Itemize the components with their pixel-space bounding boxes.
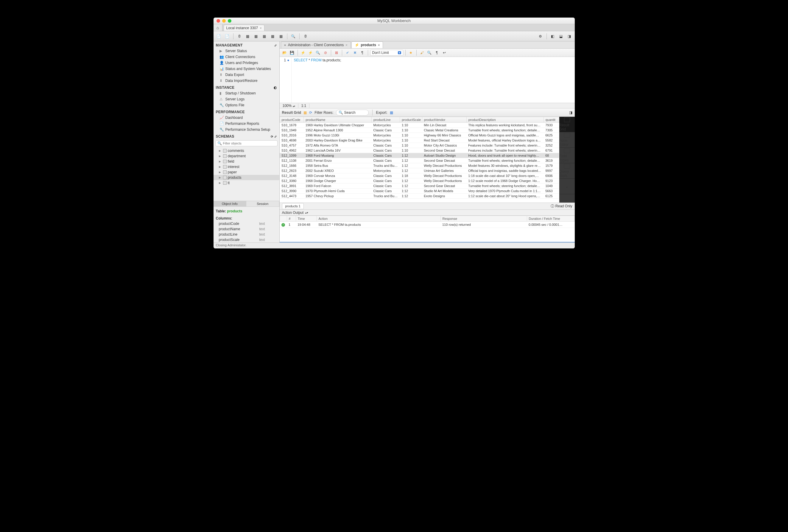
filter-rows-input[interactable]: 🔍Search xyxy=(336,110,369,116)
table-cell[interactable]: S12_3891 xyxy=(280,183,304,189)
column-header[interactable]: productVendor xyxy=(422,117,466,123)
result-grid[interactable]: productCodeproductNameproductLineproduct… xyxy=(280,117,559,202)
table-cell[interactable]: Min Lin Diecast xyxy=(422,123,466,128)
table-row[interactable]: S12_38911969 Ford FalconClassic Cars1:12… xyxy=(280,183,559,189)
table-cell[interactable]: 7305 xyxy=(544,128,559,133)
search-table-button[interactable]: 🔍 xyxy=(290,33,297,40)
table-cell[interactable]: Motorcycles xyxy=(372,168,400,173)
create-function-button[interactable]: ▦ xyxy=(278,33,285,40)
table-cell[interactable]: S10_4698 xyxy=(280,138,304,143)
table-cell[interactable]: 6791 xyxy=(544,148,559,153)
side-tab-more[interactable]: ⌄ xyxy=(559,179,575,194)
table-row[interactable]: S10_19491952 Alpine Renault 1300Classic … xyxy=(280,128,559,133)
table-cell[interactable]: 1958 Setra Bus xyxy=(304,163,372,168)
table-cell[interactable]: Classic Cars xyxy=(372,143,400,148)
result-tab-products1[interactable]: products 1 xyxy=(282,203,304,209)
reconnect-button[interactable]: 🛢 xyxy=(302,33,309,40)
table-cell[interactable]: Second Gear Diecast xyxy=(422,148,466,153)
open-sql-button[interactable]: 📄 xyxy=(224,33,231,40)
brush-button[interactable]: 🖌 xyxy=(419,50,425,56)
table-cell[interactable]: 1:12 scale model of a 1968 Dodge Charger… xyxy=(466,178,544,183)
table-row[interactable]: S12_33801968 Dodge ChargerClassic Cars1:… xyxy=(280,178,559,183)
table-cell[interactable]: 1:12 xyxy=(400,158,422,163)
table-cell[interactable]: 1:12 xyxy=(400,183,422,189)
table-cell[interactable]: Hood, doors and trunk all open to reveal… xyxy=(466,153,544,158)
instance-item[interactable]: ⚠Server Logs xyxy=(214,96,279,102)
table-cell[interactable]: 1:12 xyxy=(400,168,422,173)
table-row[interactable]: S12_11082001 Ferrari EnzoClassic Cars1:1… xyxy=(280,158,559,163)
close-icon[interactable]: × xyxy=(346,43,347,47)
schema-table-item[interactable]: ▶paper xyxy=(214,170,279,175)
table-row[interactable]: S10_46982003 Harley-Davidson Eagle Drag … xyxy=(280,138,559,143)
table-cell[interactable]: 1579 xyxy=(544,163,559,168)
table-cell[interactable]: Motorcycles xyxy=(372,133,400,138)
table-cell[interactable]: Welly Diecast Productions xyxy=(422,178,466,183)
execute-current-button[interactable]: ⚡ xyxy=(307,50,314,56)
column-header[interactable]: quantit xyxy=(544,117,559,123)
table-cell[interactable]: 1969 Harley Davidson Ultimate Chopper xyxy=(304,123,372,128)
table-cell[interactable]: Highway 66 Mini Classics xyxy=(422,133,466,138)
export-button[interactable]: ▦ xyxy=(390,111,393,115)
table-row[interactable]: S10_47571972 Alfa Romeo GTAClassic Cars1… xyxy=(280,143,559,148)
limit-rows-select[interactable]: Don't Limit▾ xyxy=(370,50,403,56)
table-cell[interactable]: Classic Cars xyxy=(372,173,400,178)
table-cell[interactable]: Welly Diecast Productions xyxy=(422,173,466,178)
table-cell[interactable]: 1969 Ford Falcon xyxy=(304,183,372,189)
table-cell[interactable]: Red Start Diecast xyxy=(422,138,466,143)
open-file-button[interactable]: 📂 xyxy=(281,50,288,56)
schema-table-item[interactable]: ▶tt xyxy=(214,180,279,185)
table-cell[interactable]: 1972 Alfa Romeo GTA xyxy=(304,143,372,148)
inspector-button[interactable]: 🛢 xyxy=(236,33,243,40)
disclosure-triangle-icon[interactable]: ▶ xyxy=(219,155,222,158)
expand-icon[interactable]: ⤢ xyxy=(274,44,277,47)
table-cell[interactable]: Trucks and Buses xyxy=(372,163,400,168)
table-cell[interactable]: 6125 xyxy=(544,194,559,199)
table-cell[interactable]: Motorcycles xyxy=(372,138,400,143)
table-cell[interactable]: 1:12 xyxy=(400,153,422,158)
settings-button[interactable]: ⚙ xyxy=(537,33,544,40)
table-cell[interactable]: S10_4757 xyxy=(280,143,304,148)
table-cell[interactable]: Unimax Art Galleries xyxy=(422,168,466,173)
schema-table-item[interactable]: ▶interest xyxy=(214,164,279,170)
tab-products[interactable]: ⚡ products × xyxy=(351,41,383,48)
grid-icon[interactable]: ▦ xyxy=(303,111,307,115)
table-cell[interactable]: 1:18 scale die-cast about 10" long doors… xyxy=(466,173,544,178)
disclosure-triangle-icon[interactable]: ▶ xyxy=(219,160,222,163)
table-cell[interactable]: Official logos and insignias, saddle bag… xyxy=(466,168,544,173)
table-cell[interactable]: Exoto Designs xyxy=(422,194,466,199)
rollback-button[interactable]: ✖ xyxy=(352,50,358,56)
table-cell[interactable]: 68 xyxy=(544,153,559,158)
commit-button[interactable]: ✔ xyxy=(344,50,351,56)
explain-button[interactable]: 🔍 xyxy=(315,50,321,56)
schema-table-item[interactable]: ▶department xyxy=(214,153,279,159)
schema-table-item[interactable]: ▶comments xyxy=(214,148,279,153)
table-cell[interactable]: S12_4473 xyxy=(280,194,304,199)
schema-table-item[interactable]: ▶products xyxy=(214,175,279,180)
session-tab[interactable]: Session xyxy=(246,201,279,206)
invisible-chars-button[interactable]: ¶ xyxy=(434,50,440,56)
close-icon[interactable]: × xyxy=(260,26,261,30)
create-table-button[interactable]: ▦ xyxy=(253,33,260,40)
management-item[interactable]: ▶Server Status xyxy=(214,48,279,54)
find-button[interactable]: 🔍 xyxy=(426,50,433,56)
table-cell[interactable]: 6625 xyxy=(544,133,559,138)
performance-item[interactable]: 📈Dashboard xyxy=(214,115,279,121)
disclosure-triangle-icon[interactable]: ▶ xyxy=(219,171,222,174)
table-cell[interactable]: Classic Cars xyxy=(372,148,400,153)
table-cell[interactable]: Motorcycles xyxy=(372,123,400,128)
table-cell[interactable]: S12_1099 xyxy=(280,153,304,158)
close-icon[interactable]: × xyxy=(378,43,380,47)
column-header[interactable]: productDescription xyxy=(466,117,544,123)
table-cell[interactable]: S12_3148 xyxy=(280,173,304,178)
schema-filter[interactable]: 🔍 xyxy=(215,140,278,146)
toggle-panel-button[interactable]: ◨ xyxy=(569,111,572,115)
table-cell[interactable]: Classic Cars xyxy=(372,183,400,189)
management-item[interactable]: 👥Client Connections xyxy=(214,54,279,60)
sql-editor[interactable]: 1● SELECT * FROM ta.products; xyxy=(280,57,575,103)
table-cell[interactable]: 1996 Moto Guzzi 1100i xyxy=(304,133,372,138)
table-cell[interactable]: Studio M Art Models xyxy=(422,189,466,194)
disclosure-triangle-icon[interactable]: ▶ xyxy=(219,149,222,152)
table-cell[interactable]: 2002 Suzuki XREO xyxy=(304,168,372,173)
table-cell[interactable]: Turnable front wheels; steering function… xyxy=(466,158,544,163)
side-tab-result-grid[interactable]: Result Grid xyxy=(559,117,575,132)
